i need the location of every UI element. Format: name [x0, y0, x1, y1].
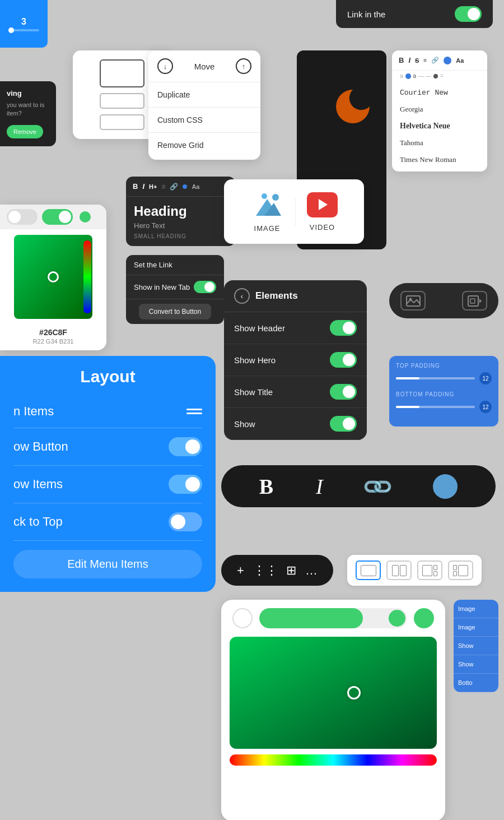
sidebar-bottom — [433, 571, 437, 576]
split-right — [400, 565, 407, 576]
font-item-helvetica[interactable]: Helvetica Neue — [392, 118, 487, 135]
edit-menu-button[interactable]: Edit Menu Items — [13, 550, 202, 578]
rs-item-1[interactable]: Image — [454, 600, 498, 618]
top-padding-row: 12 — [396, 372, 492, 384]
show-button-toggle[interactable] — [169, 437, 202, 456]
column-slider[interactable] — [8, 29, 39, 31]
rs-item-4[interactable]: Show — [454, 655, 498, 674]
layout-full-button[interactable] — [356, 560, 381, 580]
hue-slider[interactable] — [83, 240, 91, 313]
remove-grid-button[interactable]: Remove Grid — [148, 135, 260, 155]
sidebar-lb — [453, 571, 457, 576]
color-mode-toggle-left[interactable] — [7, 209, 38, 225]
sidebar-top — [433, 565, 437, 570]
layout-sidebar-left-button[interactable] — [448, 560, 473, 580]
media-image-icon[interactable] — [400, 291, 426, 311]
link-toggle[interactable] — [455, 6, 482, 22]
elements-back-button[interactable]: ‹ — [234, 288, 250, 304]
font-list: Courier New Georgia Helvetica Neue Tahom… — [392, 81, 487, 172]
layout-sidebar-left-icon — [453, 565, 468, 576]
rs-item-5[interactable]: Botto — [454, 674, 498, 692]
color-picker-top — [221, 600, 445, 637]
font-item-courier[interactable]: Courier New — [392, 85, 487, 101]
font-size-icon: Aa — [456, 57, 464, 64]
video-icon-svg — [467, 295, 483, 307]
color-picker-toggle-track[interactable] — [259, 608, 407, 628]
color-picker-dot[interactable] — [433, 474, 458, 499]
context-divider-1 — [148, 82, 260, 82]
show-button-label: ow Button — [13, 439, 68, 454]
more-button[interactable]: … — [305, 563, 318, 578]
layout-split-button[interactable] — [386, 560, 412, 580]
image-button[interactable]: IMAGE — [250, 191, 284, 233]
heading-separator: ≡ — [161, 183, 165, 191]
italic-button[interactable]: I — [316, 474, 323, 499]
hamburger-icon[interactable] — [186, 409, 202, 414]
layout-full-icon — [361, 565, 376, 576]
sidebar-main — [422, 565, 432, 576]
video-label: VIDEO — [310, 223, 335, 231]
rs-item-2[interactable]: Image — [454, 618, 498, 637]
custom-css-button[interactable]: Custom CSS — [148, 110, 260, 130]
video-button[interactable]: VIDEO — [307, 192, 338, 231]
color-picker-large — [221, 600, 445, 820]
font-item-tahoma[interactable]: Tahoma — [392, 135, 487, 151]
color-picker-cursor — [347, 686, 361, 699]
heading-toolbar: B I H+ ≡ 🔗 Aa — [126, 177, 235, 197]
new-tab-toggle[interactable] — [194, 281, 216, 293]
color-picker-circle[interactable] — [232, 608, 253, 628]
color-picker-green-dot[interactable] — [414, 608, 434, 628]
mountain-svg — [250, 191, 284, 219]
show-header-toggle[interactable] — [330, 320, 357, 336]
show-items-toggle[interactable] — [169, 475, 202, 494]
grid-icon-small-2 — [100, 114, 144, 130]
font-item-georgia[interactable]: Georgia — [392, 101, 487, 118]
show-hero-toggle[interactable] — [330, 352, 357, 368]
new-tab-row: Show in New Tab — [126, 275, 224, 299]
show-toggle[interactable] — [330, 416, 357, 432]
play-triangle — [319, 199, 328, 210]
bold-icon: B — [399, 56, 404, 64]
grid-button[interactable]: ⊞ — [286, 563, 296, 578]
convert-button[interactable]: Convert to Button — [139, 304, 211, 319]
media-divider — [295, 198, 296, 226]
top-padding-value: 12 — [479, 372, 492, 384]
add-element-button[interactable]: + — [237, 563, 244, 578]
remove-button[interactable]: Remove — [7, 125, 43, 138]
layout-sidebar-button[interactable] — [417, 560, 442, 580]
color-mode-toggle-right[interactable] — [42, 209, 73, 225]
link-toggle-panel: Link in the — [336, 0, 493, 28]
sidebar-left-col — [453, 565, 457, 576]
link-button[interactable]: 🔗 — [361, 469, 395, 504]
heading-italic-icon: I — [142, 182, 144, 191]
color-picker-hue[interactable] — [230, 754, 437, 766]
dark-media-row — [389, 283, 498, 318]
heading-link-icon: 🔗 — [170, 183, 178, 191]
bottom-padding-slider[interactable] — [396, 406, 475, 408]
new-tab-label: Show in New Tab — [134, 283, 190, 291]
bold-button[interactable]: B — [259, 474, 273, 499]
color-picker-gradient[interactable] — [230, 637, 437, 749]
back-to-top-label: ck to Top — [13, 515, 63, 529]
top-padding-slider[interactable] — [396, 377, 475, 379]
font-item-times[interactable]: Times New Roman — [392, 151, 487, 168]
media-video-icon[interactable] — [462, 291, 487, 311]
svg-rect-6 — [468, 296, 478, 306]
context-menu-header: ↓ Move ↑ — [148, 55, 260, 80]
heading-small-text: SMALL HEADING — [134, 233, 227, 239]
split-left — [392, 565, 399, 576]
columns-button[interactable]: ⋮⋮ — [253, 563, 278, 578]
crescent-icon — [336, 84, 381, 129]
hex-value: #26C8F — [0, 325, 106, 338]
move-up-button[interactable]: ↑ — [236, 58, 251, 74]
color-gradient-area[interactable] — [14, 235, 92, 319]
back-to-top-toggle[interactable] — [169, 512, 202, 531]
show-title-toggle[interactable] — [330, 384, 357, 400]
show-button-row: ow Button — [13, 428, 202, 466]
heading-editor-panel: B I H+ ≡ 🔗 Aa Heading Hero Text SMALL HE… — [126, 177, 235, 246]
context-divider-3 — [148, 132, 260, 133]
move-down-button[interactable]: ↓ — [157, 58, 173, 74]
rs-item-3[interactable]: Show — [454, 637, 498, 655]
grid-icon-small-1 — [100, 93, 144, 109]
duplicate-button[interactable]: Duplicate — [148, 85, 260, 105]
